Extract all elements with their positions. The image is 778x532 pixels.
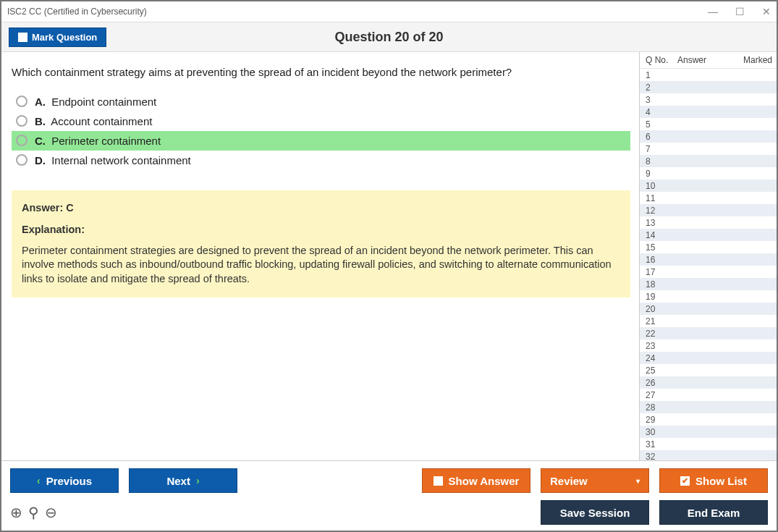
navigator-row[interactable]: 18: [640, 278, 777, 290]
show-list-label: Show List: [695, 475, 747, 487]
navigator-list[interactable]: 1234567891011121314151617181920212223242…: [640, 69, 777, 460]
navigator-row[interactable]: 22: [640, 327, 777, 339]
navigator-row[interactable]: 7: [640, 143, 777, 155]
option-c[interactable]: C. Perimeter containment: [12, 131, 630, 151]
navigator-row[interactable]: 29: [640, 413, 777, 426]
nav-qno: 30: [646, 427, 677, 437]
navigator-row[interactable]: 4: [640, 106, 777, 118]
navigator-row[interactable]: 30: [640, 426, 777, 438]
navigator-row[interactable]: 24: [640, 352, 777, 364]
window-controls: — ☐ ✕: [708, 6, 771, 17]
radio-icon: [16, 115, 28, 127]
minimize-icon[interactable]: —: [708, 6, 718, 17]
chevron-right-icon: ›: [196, 475, 200, 486]
col-answer: Answer: [677, 55, 743, 65]
explanation-heading: Explanation:: [22, 224, 620, 235]
titlebar: ISC2 CC (Certified in Cybersecurity) — ☐…: [1, 1, 777, 22]
close-icon[interactable]: ✕: [762, 6, 771, 17]
maximize-icon[interactable]: ☐: [735, 6, 745, 17]
navigator-row[interactable]: 8: [640, 155, 777, 167]
zoom-reset-icon[interactable]: ⚲: [28, 504, 39, 521]
question-text: Which containment strategy aims at preve…: [12, 62, 630, 83]
nav-qno: 17: [646, 267, 677, 277]
answer-explanation-box: Answer: C Explanation: Perimeter contain…: [12, 190, 630, 298]
navigator-row[interactable]: 3: [640, 93, 777, 106]
explanation-body: Perimeter containment strategies are des…: [22, 244, 620, 287]
navigator-header: Q No. Answer Marked: [640, 52, 777, 69]
show-answer-button[interactable]: Show Answer: [422, 468, 530, 493]
navigator-row[interactable]: 1: [640, 69, 777, 81]
col-qno: Q No.: [646, 55, 677, 65]
navigator-row[interactable]: 26: [640, 376, 777, 389]
show-list-button[interactable]: Show List: [659, 468, 768, 493]
nav-qno: 5: [646, 119, 677, 130]
previous-label: Previous: [46, 475, 92, 487]
review-dropdown[interactable]: Review ▾: [541, 468, 649, 493]
navigator-row[interactable]: 25: [640, 364, 777, 376]
navigator-row[interactable]: 9: [640, 167, 777, 180]
nav-qno: 27: [646, 390, 677, 400]
nav-qno: 13: [646, 218, 677, 228]
radio-icon: [16, 154, 28, 166]
navigator-row[interactable]: 31: [640, 438, 777, 450]
navigator-row[interactable]: 5: [640, 118, 777, 130]
nav-qno: 8: [646, 156, 677, 166]
navigator-row[interactable]: 12: [640, 204, 777, 216]
nav-qno: 20: [646, 304, 677, 314]
mark-question-button[interactable]: Mark Question: [9, 28, 106, 47]
nav-qno: 10: [646, 181, 677, 191]
navigator-row[interactable]: 14: [640, 229, 777, 241]
chevron-down-icon: ▾: [636, 477, 640, 485]
nav-qno: 9: [646, 169, 677, 179]
navigator-row[interactable]: 23: [640, 339, 777, 352]
checkbox-icon: [18, 33, 28, 42]
checkbox-icon: [434, 476, 443, 486]
options-list: A. Endpoint containmentB. Account contai…: [12, 92, 630, 170]
nav-qno: 21: [646, 316, 677, 326]
navigator-row[interactable]: 19: [640, 290, 777, 303]
navigator-row[interactable]: 32: [640, 450, 777, 460]
nav-qno: 22: [646, 329, 677, 339]
checkbox-checked-icon: [680, 476, 690, 486]
zoom-in-icon[interactable]: ⊕: [10, 504, 22, 521]
navigator-row[interactable]: 27: [640, 389, 777, 401]
navigator-row[interactable]: 15: [640, 241, 777, 253]
nav-qno: 18: [646, 279, 677, 290]
app-window: ISC2 CC (Certified in Cybersecurity) — ☐…: [0, 0, 778, 532]
save-session-button[interactable]: Save Session: [541, 500, 649, 525]
nav-qno: 15: [646, 242, 677, 253]
end-exam-button[interactable]: End Exam: [659, 500, 768, 525]
nav-qno: 3: [646, 95, 677, 105]
answer-line: Answer: C: [22, 202, 620, 214]
header-strip: Mark Question Question 20 of 20: [1, 22, 777, 52]
nav-qno: 19: [646, 292, 677, 302]
navigator-row[interactable]: 11: [640, 192, 777, 204]
navigator-row[interactable]: 20: [640, 303, 777, 315]
option-b[interactable]: B. Account containment: [12, 111, 630, 131]
zoom-out-icon[interactable]: ⊖: [45, 504, 57, 521]
navigator-row[interactable]: 13: [640, 216, 777, 229]
navigator-row[interactable]: 10: [640, 180, 777, 192]
navigator-row[interactable]: 16: [640, 253, 777, 266]
next-button[interactable]: Next ›: [129, 468, 237, 493]
controls-bar: ‹ Previous Next › Show Answer Review ▾ S…: [1, 460, 777, 531]
nav-qno: 25: [646, 366, 677, 376]
nav-qno: 16: [646, 255, 677, 265]
zoom-controls: ⊕ ⚲ ⊖: [10, 504, 57, 521]
navigator-row[interactable]: 17: [640, 266, 777, 278]
question-pane: Which containment strategy aims at preve…: [1, 52, 639, 460]
next-label: Next: [166, 475, 190, 487]
nav-qno: 1: [646, 70, 677, 80]
option-a[interactable]: A. Endpoint containment: [12, 92, 630, 111]
nav-qno: 29: [646, 415, 677, 425]
navigator-row[interactable]: 6: [640, 130, 777, 143]
previous-button[interactable]: ‹ Previous: [10, 468, 119, 493]
navigator-row[interactable]: 2: [640, 81, 777, 93]
mark-question-label: Mark Question: [32, 32, 97, 43]
nav-qno: 14: [646, 230, 677, 240]
navigator-row[interactable]: 21: [640, 315, 777, 327]
navigator-row[interactable]: 28: [640, 401, 777, 413]
review-label: Review: [550, 475, 588, 487]
question-counter: Question 20 of 20: [1, 30, 777, 45]
option-d[interactable]: D. Internal network containment: [12, 151, 630, 170]
